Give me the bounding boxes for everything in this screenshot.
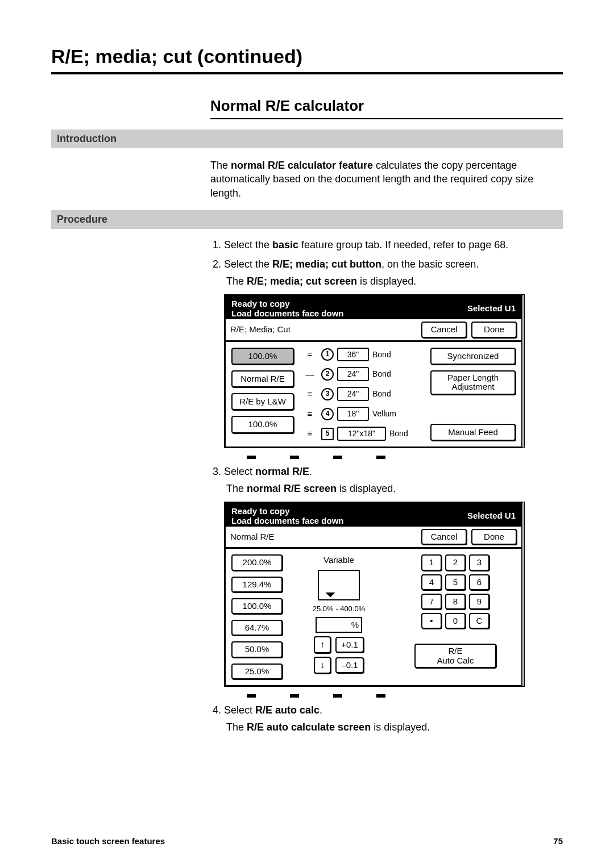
lcd1-tab-stubs — [224, 456, 563, 459]
pct-200-button[interactable]: 200.0% — [231, 554, 283, 570]
media-num-5: 5 — [321, 428, 334, 440]
key-3[interactable]: 3 — [469, 554, 489, 570]
lcd-normal-re: Ready to copy Load documents face down S… — [224, 502, 525, 687]
pct-64-button[interactable]: 64.7% — [231, 620, 283, 636]
lcd2-selected: Selected U1 — [467, 510, 516, 521]
step-1: Select the basic feature group tab. If n… — [224, 238, 563, 252]
media-size-1: 36" — [337, 348, 369, 362]
footer-left: Basic touch screen features — [51, 836, 165, 846]
percent-display: % — [316, 617, 362, 633]
s1c: feature group tab. If needed, refer to p… — [298, 239, 508, 251]
sheet-icon: ≡ — [302, 408, 318, 420]
lcd1-synchronized-button[interactable]: Synchronized — [430, 348, 516, 365]
pct-100-button[interactable]: 100.0% — [231, 598, 283, 614]
media-size-5: 12"x18" — [337, 427, 386, 441]
lcd1-100pct-2-button[interactable]: 100.0% — [231, 416, 294, 433]
key-9[interactable]: 9 — [469, 594, 489, 610]
media-row-2[interactable]: — 2 24" Bond — [302, 367, 422, 381]
lcd1-done-button[interactable]: Done — [471, 322, 517, 337]
lcd1-status-2: Load documents face down — [231, 308, 344, 318]
media-row-4[interactable]: ≡ 4 18" Vellum — [302, 407, 422, 421]
footer-page-number: 75 — [553, 836, 563, 846]
procedure-list: Select the basic feature group tab. If n… — [210, 238, 563, 735]
media-num-1: 1 — [321, 348, 334, 361]
media-num-2: 2 — [321, 368, 334, 381]
intro-heading-text: Introduction — [57, 133, 117, 144]
media-row-5[interactable]: ≡ 5 12"x18" Bond — [302, 427, 422, 441]
variable-range: 25.0% - 400.0% — [313, 604, 366, 614]
autocalc-line2: Auto Calc — [421, 656, 489, 666]
key-clear[interactable]: C — [469, 613, 489, 629]
lcd-media-cut: Ready to copy Load documents face down S… — [224, 294, 525, 448]
pct-129-button[interactable]: 129.4% — [231, 577, 283, 592]
s4c: . — [320, 704, 322, 716]
media-size-3: 24" — [337, 387, 369, 401]
s2c: , on the basic screen. — [381, 258, 479, 270]
lcd2-done-button[interactable]: Done — [471, 529, 517, 545]
key-7[interactable]: 7 — [421, 594, 442, 610]
down-arrow-button[interactable]: ↓ — [314, 657, 331, 674]
lcd1-normal-re-button[interactable]: Normal R/E — [231, 370, 294, 387]
arrow-down-icon: ↓ — [320, 660, 325, 670]
media-type-5: Bond — [389, 428, 408, 439]
s2sa: The — [226, 276, 247, 287]
key-6[interactable]: 6 — [469, 574, 489, 590]
lcd2-cancel-button[interactable]: Cancel — [421, 529, 467, 545]
pct-25-button[interactable]: 25.0% — [231, 663, 283, 679]
intro-heading: Introduction — [51, 130, 563, 148]
s4sc: is displayed. — [371, 721, 430, 733]
s1a: Select the — [224, 239, 272, 251]
roll-icon: — — [302, 369, 318, 380]
s3b: normal R/E — [255, 466, 309, 477]
s2sb: R/E; media; cut screen — [247, 276, 357, 287]
keypad: 1 2 3 4 5 6 7 8 9 • 0 C — [421, 554, 489, 629]
intro-bold: normal R/E calculator feature — [231, 160, 373, 171]
step-3: Select normal R/E. The normal R/E screen… — [224, 465, 563, 698]
intro-pre: The — [210, 160, 231, 171]
s3sa: The — [226, 483, 247, 494]
s3c: . — [309, 466, 312, 477]
lcd1-cancel-button[interactable]: Cancel — [421, 322, 467, 337]
section-subtitle: Normal R/E calculator — [210, 97, 563, 119]
sheet-icon: ≡ — [302, 428, 318, 439]
key-1[interactable]: 1 — [421, 554, 442, 570]
procedure-heading-text: Procedure — [57, 214, 107, 225]
autocalc-line1: R/E — [421, 646, 489, 656]
key-8[interactable]: 8 — [445, 594, 466, 610]
media-num-4: 4 — [321, 408, 334, 420]
key-4[interactable]: 4 — [421, 574, 442, 590]
s3a: Select — [224, 466, 255, 477]
s3sc: is displayed. — [337, 483, 396, 494]
media-row-1[interactable]: = 1 36" Bond — [302, 348, 422, 362]
pct-50-button[interactable]: 50.0% — [231, 641, 283, 657]
roll-icon: = — [302, 349, 318, 360]
key-0[interactable]: 0 — [445, 613, 466, 629]
page-title: R/E; media; cut (continued) — [51, 45, 563, 74]
s4b: R/E auto calc — [255, 704, 320, 716]
s4a: Select — [224, 704, 255, 716]
media-type-3: Bond — [372, 389, 391, 399]
re-autocalc-button[interactable]: R/E Auto Calc — [414, 644, 496, 668]
media-type-2: Bond — [372, 369, 391, 379]
procedure-heading: Procedure — [51, 210, 563, 229]
s2a: Select the — [224, 258, 272, 270]
media-size-4: 18" — [337, 407, 369, 421]
lcd1-paperlength-button[interactable]: Paper Length Adjustment — [430, 370, 516, 395]
key-5[interactable]: 5 — [445, 574, 466, 590]
lcd1-title: R/E; Media; Cut — [230, 324, 417, 335]
up-arrow-button[interactable]: ↑ — [314, 636, 331, 653]
variable-arrow-icon — [318, 570, 360, 600]
s4sa: The — [226, 721, 247, 733]
minus-button[interactable]: –0.1 — [335, 657, 364, 673]
lcd2-tab-stubs — [224, 694, 563, 698]
arrow-up-icon: ↑ — [320, 640, 325, 649]
media-row-3[interactable]: = 3 24" Bond — [302, 387, 422, 401]
lcd1-100pct-button[interactable]: 100.0% — [231, 348, 294, 365]
media-type-4: Vellum — [372, 408, 396, 419]
key-dot[interactable]: • — [421, 613, 442, 629]
media-type-1: Bond — [372, 349, 391, 360]
plus-button[interactable]: +0.1 — [335, 637, 364, 653]
lcd1-re-by-lw-button[interactable]: R/E by L&W — [231, 393, 294, 410]
key-2[interactable]: 2 — [445, 554, 466, 570]
lcd1-manualfeed-button[interactable]: Manual Feed — [430, 424, 516, 441]
